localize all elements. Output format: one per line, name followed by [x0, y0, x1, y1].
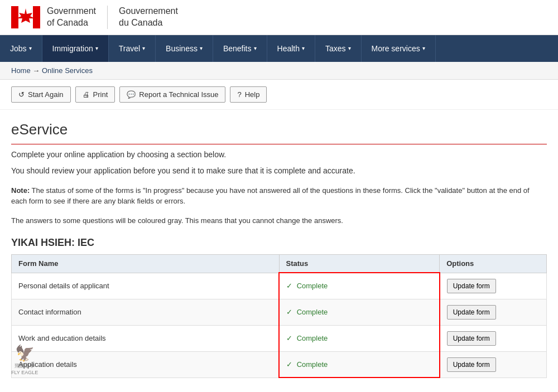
check-icon: ✓ — [286, 308, 292, 316]
options-cell: Update form — [440, 351, 547, 378]
bottom-actions: ← Exit Continue ➔ — [11, 389, 547, 392]
nav-item-jobs[interactable]: Jobs ▾ — [0, 35, 42, 62]
svg-rect-2 — [33, 6, 40, 28]
update-form-button-3[interactable]: Update form — [447, 331, 496, 346]
refresh-icon: ↺ — [18, 90, 25, 99]
breadcrumb-home[interactable]: Home — [11, 66, 31, 75]
note-label: Note: — [11, 186, 30, 195]
form-name-cell: Application details — [12, 351, 280, 378]
form-name-cell: Work and education details — [12, 325, 280, 351]
breadcrumb-separator: → — [32, 66, 40, 75]
gov-name-en: Governmentof Canada — [47, 6, 96, 29]
chevron-down-icon: ▾ — [29, 45, 32, 51]
table-row: Contact information ✓ Complete Update fo… — [12, 299, 547, 325]
check-icon: ✓ — [286, 360, 292, 369]
chevron-down-icon: ▾ — [302, 45, 305, 51]
print-button[interactable]: 🖨 Print — [75, 86, 116, 103]
update-form-button-2[interactable]: Update form — [447, 305, 496, 320]
chevron-down-icon: ▾ — [348, 45, 351, 51]
section-header: YIKAI HSIEH: IEC — [11, 237, 547, 249]
main-nav: Jobs ▾ Immigration ▾ Travel ▾ Business ▾… — [0, 35, 558, 62]
form-name-cell: Personal details of applicant — [12, 273, 280, 299]
nav-item-more-services[interactable]: More services ▾ — [362, 35, 436, 62]
gov-name-fr: Gouvernementdu Canada — [96, 6, 178, 29]
help-button[interactable]: ? Help — [230, 86, 267, 103]
watermark-line1: 飛鷹遊學 — [15, 362, 35, 370]
update-form-button-4[interactable]: Update form — [447, 357, 496, 372]
options-cell: Update form — [440, 325, 547, 351]
table-row: Work and education details ✓ Complete Up… — [12, 325, 547, 351]
status-text: Complete — [297, 334, 328, 342]
header: Governmentof Canada Gouvernementdu Canad… — [0, 0, 558, 35]
col-form-name: Form Name — [12, 255, 280, 273]
chevron-down-icon: ▾ — [95, 45, 98, 51]
status-text: Complete — [297, 308, 328, 316]
watermark-line2: FLY EAGLE — [11, 370, 38, 375]
intro-text-2: You should review your application befor… — [11, 165, 547, 177]
nav-item-travel[interactable]: Travel ▾ — [109, 35, 156, 62]
canada-flag-logo — [11, 6, 40, 28]
status-cell: ✓ Complete — [279, 325, 440, 351]
status-cell: ✓ Complete — [279, 299, 440, 325]
comment-icon: 💬 — [127, 90, 136, 99]
update-form-button-1[interactable]: Update form — [447, 279, 496, 293]
col-options: Options — [440, 255, 547, 273]
watermark: 🦅 飛鷹遊學 FLY EAGLE — [11, 344, 38, 375]
check-icon: ✓ — [286, 282, 292, 290]
toolbar: ↺ Start Again 🖨 Print 💬 Report a Technic… — [0, 80, 558, 110]
gray-answers-text: The answers to some questions will be co… — [11, 215, 547, 226]
chevron-down-icon: ▾ — [422, 45, 425, 51]
intro-text-1: Complete your online application by choo… — [11, 149, 547, 161]
status-text: Complete — [297, 282, 328, 290]
nav-item-benefits[interactable]: Benefits ▾ — [213, 35, 267, 62]
breadcrumb-online-services[interactable]: Online Services — [42, 66, 93, 75]
page-title: eService — [11, 121, 547, 144]
check-icon: ✓ — [286, 334, 292, 342]
nav-item-business[interactable]: Business ▾ — [156, 35, 213, 62]
chevron-down-icon: ▾ — [200, 45, 203, 51]
table-row: Application details ✓ Complete Update fo… — [12, 351, 547, 378]
col-status: Status — [279, 255, 440, 273]
main-content: eService Complete your online applicatio… — [0, 110, 558, 392]
report-issue-button[interactable]: 💬 Report a Technical Issue — [119, 86, 225, 103]
svg-rect-1 — [11, 6, 18, 28]
nav-item-immigration[interactable]: Immigration ▾ — [42, 35, 109, 62]
print-icon: 🖨 — [83, 90, 90, 99]
note-text: The status of some of the forms is "In p… — [11, 186, 530, 206]
form-name-cell: Contact information — [12, 299, 280, 325]
options-cell: Update form — [440, 299, 547, 325]
breadcrumb: Home → Online Services — [0, 62, 558, 80]
nav-item-health[interactable]: Health ▾ — [267, 35, 315, 62]
chevron-down-icon: ▾ — [142, 45, 145, 51]
nav-item-taxes[interactable]: Taxes ▾ — [315, 35, 362, 62]
chevron-down-icon: ▾ — [254, 45, 257, 51]
help-icon: ? — [237, 90, 241, 99]
status-cell: ✓ Complete — [279, 273, 440, 299]
start-again-button[interactable]: ↺ Start Again — [11, 86, 71, 103]
status-cell: ✓ Complete — [279, 351, 440, 378]
table-row: Personal details of applicant ✓ Complete… — [12, 273, 547, 299]
forms-table: Form Name Status Options Personal detail… — [11, 254, 547, 378]
options-cell: Update form — [440, 273, 547, 299]
status-text: Complete — [297, 360, 328, 369]
note-box: Note: The status of some of the forms is… — [11, 185, 547, 207]
